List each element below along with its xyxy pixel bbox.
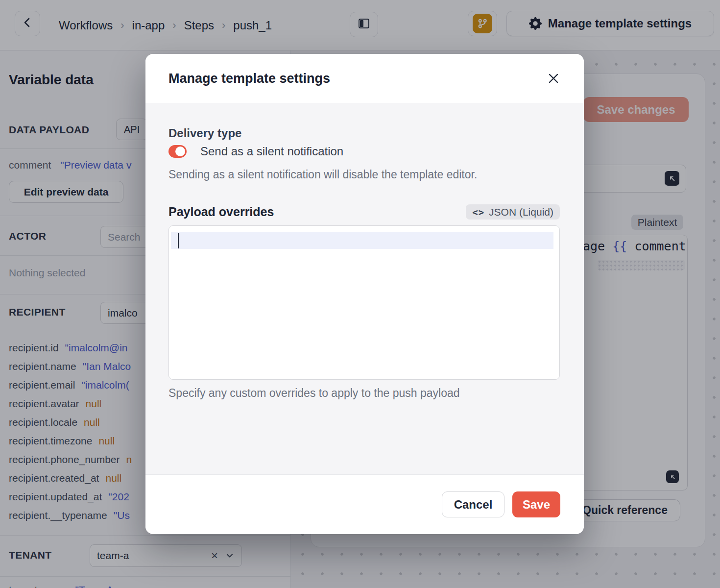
save-button[interactable]: Save: [512, 491, 560, 517]
editor-active-line: [171, 232, 553, 249]
cancel-button[interactable]: Cancel: [442, 491, 504, 517]
silent-notification-label: Send as a silent notification: [200, 145, 343, 158]
payload-overrides-editor[interactable]: [168, 225, 560, 380]
format-chip-label: JSON (Liquid): [489, 206, 553, 218]
delivery-type-label: Delivery type: [168, 126, 241, 140]
silent-notification-help: Sending as a silent notification will di…: [168, 168, 477, 181]
text-caret: [178, 233, 179, 248]
silent-notification-toggle[interactable]: [168, 145, 187, 158]
payload-overrides-label: Payload overrides: [168, 205, 274, 219]
toggle-knob: [175, 147, 185, 156]
close-icon[interactable]: [545, 70, 562, 87]
modal-title: Manage template settings: [168, 71, 330, 86]
format-chip: <> JSON (Liquid): [466, 204, 560, 220]
modal-header: Manage template settings: [145, 54, 584, 103]
code-icon: <>: [472, 207, 484, 218]
payload-overrides-help: Specify any custom overrides to apply to…: [168, 387, 460, 400]
modal-body: Delivery type Send as a silent notificat…: [145, 103, 584, 474]
app-screen: Workflows › in-app › Steps › push_1: [0, 0, 720, 588]
modal-footer: Cancel Save: [145, 474, 584, 534]
silent-notification-row: Send as a silent notification: [168, 145, 343, 158]
manage-template-settings-modal: Manage template settings Delivery type S…: [145, 54, 584, 534]
payload-overrides-header: Payload overrides <> JSON (Liquid): [168, 204, 560, 220]
